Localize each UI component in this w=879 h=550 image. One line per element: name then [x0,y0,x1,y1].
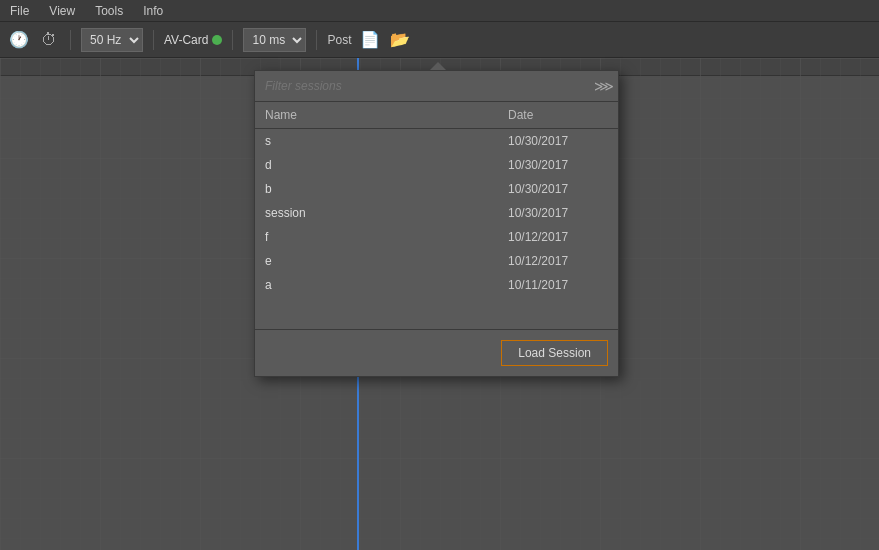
filter-row: ⋙ [255,71,618,102]
col-name-header: Name [255,106,494,124]
status-dot [212,35,222,45]
divider-2 [153,30,154,50]
session-name: b [255,180,498,198]
session-name: s [255,132,498,150]
menu-info[interactable]: Info [139,2,167,20]
session-date: 10/30/2017 [498,132,618,150]
post-label: Post [327,33,351,47]
divider-1 [70,30,71,50]
device-label: AV-Card [164,33,208,47]
session-date: 10/30/2017 [498,204,618,222]
session-name: a [255,276,498,294]
dropdown-arrow [430,62,446,70]
toolbar: 🕐 ⏱ 50 Hz AV-Card 10 ms Post 📄 📂 [0,22,879,58]
new-session-icon[interactable]: 📄 [359,29,381,51]
interval-select[interactable]: 10 ms [243,28,306,52]
frequency-select[interactable]: 50 Hz [81,28,143,52]
open-folder-icon[interactable]: 📂 [389,29,411,51]
device-badge: AV-Card [164,33,222,47]
clock-icon[interactable]: 🕐 [8,29,30,51]
session-date: 10/30/2017 [498,180,618,198]
panel-footer: Load Session [255,329,618,376]
session-dropdown: ⋙ Name Date s10/30/2017d10/30/2017b10/30… [254,70,619,377]
menu-view[interactable]: View [45,2,79,20]
table-row[interactable]: a10/11/2017 [255,273,618,297]
menu-tools[interactable]: Tools [91,2,127,20]
session-date: 10/12/2017 [498,252,618,270]
col-date-header: Date [498,106,618,124]
menu-file[interactable]: File [6,2,33,20]
session-name: d [255,156,498,174]
divider-3 [232,30,233,50]
filter-expand-icon[interactable]: ⋙ [590,78,618,94]
table-body: s10/30/2017d10/30/2017b10/30/2017session… [255,129,618,329]
table-header: Name Date [255,102,618,129]
session-date: 10/12/2017 [498,228,618,246]
session-date: 10/11/2017 [498,276,618,294]
menubar: File View Tools Info [0,0,879,22]
load-session-button[interactable]: Load Session [501,340,608,366]
session-name: e [255,252,498,270]
table-row[interactable]: d10/30/2017 [255,153,618,177]
filter-input[interactable] [255,71,590,101]
table-row[interactable]: e10/12/2017 [255,249,618,273]
divider-4 [316,30,317,50]
stopwatch-icon[interactable]: ⏱ [38,29,60,51]
table-row[interactable]: f10/12/2017 [255,225,618,249]
session-name: session [255,204,498,222]
session-date: 10/30/2017 [498,156,618,174]
session-name: f [255,228,498,246]
table-row[interactable]: b10/30/2017 [255,177,618,201]
table-row[interactable]: session10/30/2017 [255,201,618,225]
table-row[interactable]: s10/30/2017 [255,129,618,153]
